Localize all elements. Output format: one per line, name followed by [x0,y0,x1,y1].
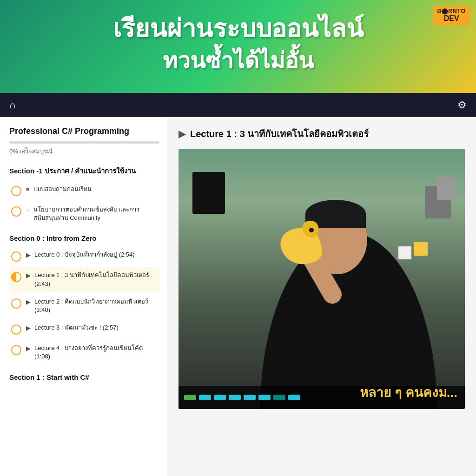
list-item[interactable]: ≡ นโยบายการตอบคำถามข้อสงสัย และการสนับสน… [9,202,159,226]
nav-bar: ⌂ ⚙ [0,93,476,117]
lesson-check-icon [11,324,21,335]
sidebar: Professional C# Programming 0% เสร็จสมบู… [0,93,167,476]
background-notes2 [437,177,456,200]
lesson-check-icon [11,272,21,282]
logo-badge: B⬤RNTO DEV [433,6,470,26]
progress-dot-7 [273,395,285,400]
lecture-title-text: Lecture 1 : 3 นาทีกับเทคโนโลยีคอมพิวเตอร… [190,126,369,141]
lesson-label: Lecture 2 : คิดแบบนักวิทยาการคอมพิวเตอร์… [34,298,158,314]
lesson-label: Lecture 4 : บางอย่างที่ควรรู้ก่อนเขียนโค… [34,344,158,361]
header-banner: เรียนผ่านระบบออนไลน์ ทวนซ้ำได้ไม่อั้น B⬤… [0,0,476,93]
progress-dot-6 [258,395,271,400]
progress-dot-4 [229,395,241,400]
lesson-check-icon [11,298,21,309]
lecture-title: ▶ Lecture 1 : 3 นาทีกับเทคโนโลยีคอมพิวเต… [178,126,465,141]
list-item[interactable]: ▶ Lecture 2 : คิดแบบนักวิทยาการคอมพิวเตอ… [9,294,159,318]
progress-text: 0% เสร็จสมบูรณ์ [9,146,159,156]
lesson-label: Lecture 0 : ปัจจุบันที่เราก้าลังอยู่ (2:… [34,251,135,259]
progress-percent: 0% [9,148,18,155]
header-title-main: เรียนผ่านระบบออนไลน์ [113,15,364,42]
lesson-label: Lecture 3 : พัฒนามันซะ ! (2:57) [34,324,119,332]
content-area: ▶ Lecture 1 : 3 นาทีกับเทคโนโลยีคอมพิวเต… [167,93,476,476]
lesson-check-icon [11,206,21,217]
list-item[interactable]: ▶ Lecture 1 : 3 นาทีกับเทคโนโลยีคอมพิวเต… [9,267,159,291]
play-circle-icon: ▶ [178,128,185,139]
section-header-0: Section 0 : Intro from Zero [9,234,159,242]
header-title-sub: ทวนซ้ำได้ไม่อั้น [163,43,314,78]
lesson-label: แบบสอบถามก่อนเรียน [33,185,92,193]
home-icon[interactable]: ⌂ [9,99,15,111]
play-icon: ▶ [26,251,31,258]
progress-bar-container [9,141,159,144]
lesson-check-icon [11,251,21,262]
list-item[interactable]: ▶ Lecture 0 : ปัจจุบันที่เราก้าลังอยู่ (… [9,247,159,265]
video-background: หลาย ๆ คนคงม... [178,149,465,409]
progress-label: เสร็จสมบูรณ์ [20,148,53,155]
settings-icon[interactable]: ⚙ [457,99,467,111]
subtitle-overlay: หลาย ๆ คนคงม... [360,382,457,403]
play-icon: ▶ [26,345,31,352]
sticky-note2 [398,246,411,259]
progress-dot-3 [214,395,226,400]
list-item[interactable]: ▶ Lecture 4 : บางอย่างที่ควรรู้ก่อนเขียน… [9,340,159,364]
lesson-type-icon: ≡ [26,186,30,193]
progress-dot-2 [199,395,211,400]
sticky-note [414,242,428,256]
lesson-label: Lecture 1 : 3 นาทีกับเทคโนโลยีคอมพิวเตอร… [34,271,158,288]
logo-bottom: DEV [444,14,459,23]
main-layout: Professional C# Programming 0% เสร็จสมบู… [0,93,476,476]
lesson-check-icon [11,186,21,196]
play-icon: ▶ [26,298,31,305]
play-icon: ▶ [26,324,31,331]
list-item[interactable]: ▶ Lecture 3 : พัฒนามันซะ ! (2:57) [9,320,159,338]
background-board [192,172,225,214]
section-header-neg1: Section -1 ประกาศ / คำแนะนำการใช้งาน [9,165,159,177]
video-player[interactable]: หลาย ๆ คนคงม... [178,149,465,409]
course-title: Professional C# Programming [9,126,159,136]
progress-dot-1 [184,395,196,400]
logo-top: B⬤RNTO [437,8,466,14]
lesson-type-icon: ≡ [26,206,30,213]
section-header-1: Section 1 : Start with C# [9,373,159,381]
lesson-label: นโยบายการตอบคำถามข้อสงสัย และการสนับสนุน… [33,205,158,222]
play-icon: ▶ [26,272,31,279]
toy-eye [309,228,314,232]
progress-dot-8 [288,395,300,400]
lesson-check-icon [11,345,21,355]
progress-dot-5 [244,395,256,400]
list-item[interactable]: ≡ แบบสอบถามก่อนเรียน [9,181,159,200]
